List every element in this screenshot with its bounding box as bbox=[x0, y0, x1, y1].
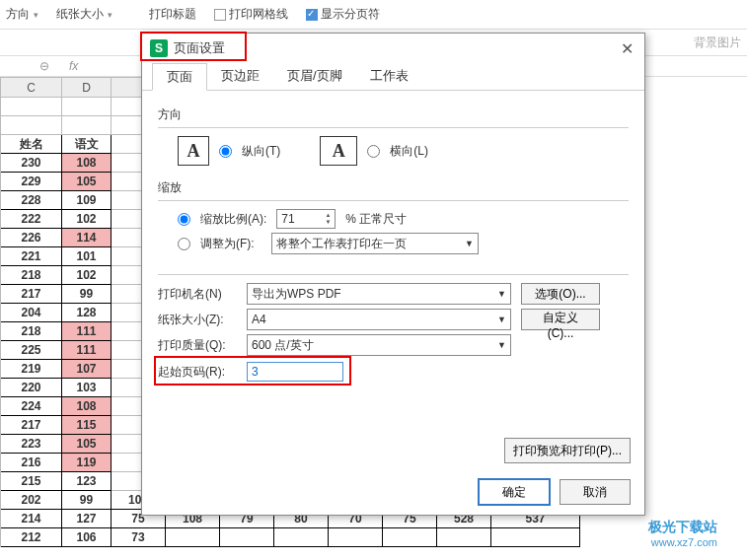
highlight-box bbox=[154, 356, 351, 385]
orientation-menu[interactable]: 方向▾ bbox=[6, 6, 38, 23]
print-titles-button[interactable]: 打印标题 bbox=[130, 6, 196, 23]
print-gridlines-checkbox[interactable]: 打印网格线 bbox=[214, 6, 288, 23]
options-button[interactable]: 选项(O)... bbox=[521, 283, 600, 305]
app-icon: S bbox=[150, 39, 168, 57]
orientation-row: A 纵向(T) A 横向(L) bbox=[158, 136, 629, 166]
cancel-button[interactable]: 取消 bbox=[560, 479, 631, 505]
landscape-icon: A bbox=[320, 136, 357, 166]
custom-button[interactable]: 自定义(C)... bbox=[521, 309, 600, 330]
tab-sheet[interactable]: 工作表 bbox=[356, 63, 422, 90]
preview-print-button[interactable]: 打印预览和打印(P)... bbox=[504, 438, 631, 463]
checkbox-icon bbox=[214, 9, 226, 21]
ribbon-top: 方向▾ 纸张大小▾ 打印标题 打印网格线 显示分页符 bbox=[0, 0, 747, 30]
page-setup-dialog: S 页面设置 ✕ 页面 页边距 页眉/页脚 工作表 方向 A 纵向(T) A 横… bbox=[141, 33, 645, 516]
fit-radio[interactable] bbox=[178, 238, 190, 250]
fx-icon: fx bbox=[69, 59, 78, 73]
dialog-title: 页面设置 bbox=[174, 39, 225, 57]
paper-combo[interactable]: A4▼ bbox=[247, 309, 511, 330]
printer-combo[interactable]: 导出为WPS PDF▼ bbox=[247, 283, 511, 305]
tab-margins[interactable]: 页边距 bbox=[207, 63, 273, 90]
grid-icon bbox=[130, 7, 146, 23]
ratio-radio[interactable] bbox=[178, 213, 190, 226]
ok-button[interactable]: 确定 bbox=[479, 479, 550, 505]
dialog-tabs: 页面 页边距 页眉/页脚 工作表 bbox=[142, 63, 644, 91]
watermark: 极光下载站 www.xz7.com bbox=[648, 519, 717, 548]
more-icon bbox=[725, 7, 741, 23]
dialog-titlebar: S 页面设置 ✕ bbox=[142, 34, 644, 63]
paper-size-menu[interactable]: 纸张大小▾ bbox=[56, 6, 112, 23]
portrait-radio[interactable] bbox=[219, 145, 232, 158]
close-button[interactable]: ✕ bbox=[617, 39, 636, 58]
show-pagebreaks-checkbox[interactable]: 显示分页符 bbox=[306, 6, 380, 23]
tab-page[interactable]: 页面 bbox=[152, 63, 207, 91]
orientation-label: 方向 bbox=[158, 106, 629, 123]
zoom-label: 缩放 bbox=[158, 179, 629, 196]
quality-combo[interactable]: 600 点/英寸▼ bbox=[247, 334, 511, 356]
portrait-icon: A bbox=[178, 136, 209, 166]
theme-menu[interactable]: 主题 bbox=[6, 35, 30, 51]
landscape-radio[interactable] bbox=[367, 145, 380, 158]
ratio-input[interactable]: 71▲▼ bbox=[276, 209, 336, 229]
tab-header-footer[interactable]: 页眉/页脚 bbox=[273, 63, 356, 90]
fit-combo[interactable]: 将整个工作表打印在一页▼ bbox=[271, 233, 479, 254]
checkbox-icon bbox=[306, 9, 318, 21]
bg-image-button[interactable]: 背景图片 bbox=[694, 35, 741, 51]
